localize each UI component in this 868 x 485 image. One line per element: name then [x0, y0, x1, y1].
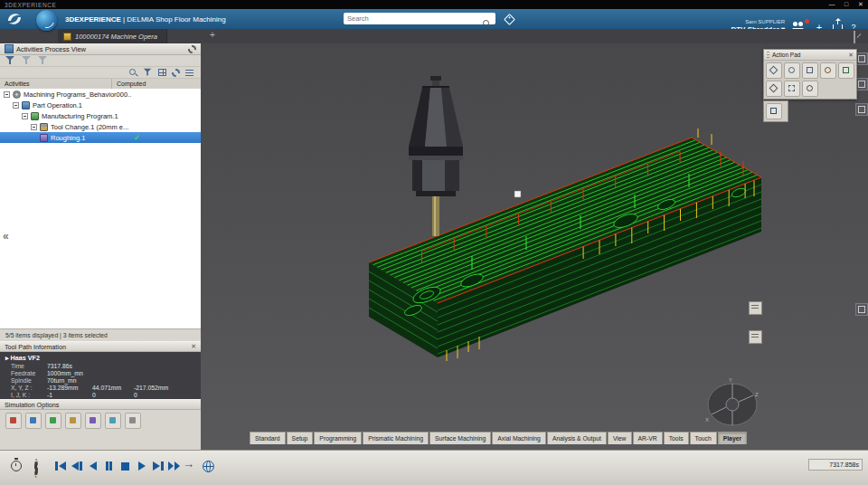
- tool-path-info-header[interactable]: Tool Path Information ✕: [0, 341, 201, 352]
- pan-view-button[interactable]: [802, 62, 818, 79]
- tab-setup[interactable]: Setup: [287, 432, 314, 444]
- list-view-icon[interactable]: [185, 70, 193, 76]
- stop-button[interactable]: [118, 459, 133, 473]
- i-value: -1: [47, 392, 92, 399]
- stopwatch-icon[interactable]: [11, 461, 22, 471]
- fit-all-button[interactable]: [838, 62, 854, 79]
- document-tab[interactable]: 100000174 Machine Opera: [58, 29, 167, 43]
- jump-to-end-icon[interactable]: →: [183, 457, 194, 471]
- spindle-value: 70turn_mn: [47, 377, 92, 385]
- expander-icon[interactable]: ▸: [5, 354, 9, 362]
- tab-standard[interactable]: Standard: [250, 432, 286, 444]
- player-settings-gear-icon[interactable]: [34, 459, 38, 478]
- play-button[interactable]: [134, 459, 149, 473]
- collapse-expander-icon[interactable]: [13, 102, 19, 109]
- tree-row[interactable]: Machining Programs_Behavior000..: [0, 89, 201, 100]
- column-computed[interactable]: Computed: [112, 79, 201, 89]
- sim-options-button[interactable]: [125, 413, 141, 429]
- tab-analysis-output[interactable]: Analysis & Output: [547, 432, 607, 444]
- fast-forward-button[interactable]: [166, 459, 182, 473]
- sim-tool-display-button[interactable]: [25, 413, 42, 429]
- os-title: 3DEXPERIENCE: [5, 2, 56, 8]
- maximize-button[interactable]: □: [839, 0, 854, 9]
- dock-panel-button-3[interactable]: [855, 103, 868, 116]
- tab-programming[interactable]: Programming: [314, 432, 362, 444]
- collapse-panel-icon[interactable]: «: [3, 230, 9, 242]
- panel-settings-gear-icon[interactable]: [188, 45, 196, 53]
- collapse-expander-icon[interactable]: [22, 113, 28, 119]
- tab-ar-vr[interactable]: AR-VR: [633, 432, 663, 444]
- tree-settings-icon[interactable]: [172, 69, 180, 77]
- tree-row[interactable]: Part Operation.1: [0, 100, 201, 110]
- viewport-flyout-button-2[interactable]: [749, 330, 762, 344]
- simulation-time-field[interactable]: 7317.858s: [808, 459, 863, 471]
- tree-row-selected[interactable]: Roughing.1 ✓: [0, 132, 201, 143]
- search-icon[interactable]: [483, 20, 490, 27]
- tree-filter-icon[interactable]: [144, 69, 152, 77]
- sim-save-state-button[interactable]: [85, 413, 101, 429]
- tab-tools[interactable]: Tools: [664, 432, 689, 444]
- columns-icon[interactable]: [158, 69, 166, 76]
- close-button[interactable]: ✕: [854, 0, 868, 9]
- close-panel-icon[interactable]: ✕: [191, 343, 196, 350]
- tab-player[interactable]: Player: [718, 432, 747, 444]
- feedrate-label: Feedrate: [11, 370, 47, 377]
- brand-title: 3DEXPERIENCE | DELMIA Shop Floor Machini…: [65, 15, 226, 24]
- filter-edit-icon[interactable]: [22, 56, 32, 65]
- network-simulation-icon[interactable]: [203, 461, 214, 472]
- filter-clear-icon[interactable]: [38, 56, 48, 65]
- dock-panel-button-2[interactable]: [855, 78, 868, 90]
- activities-panel: Activities Process View Activities Compu…: [0, 43, 202, 450]
- dock-panel-button-4[interactable]: [855, 303, 868, 316]
- play-backward-button[interactable]: [85, 459, 100, 473]
- rotate-view-button[interactable]: [784, 62, 800, 79]
- tree-item-label: Manufacturing Program.1: [42, 112, 118, 120]
- tab-view[interactable]: View: [608, 432, 632, 444]
- close-action-pad-icon[interactable]: ✕: [848, 52, 854, 59]
- tab-touch[interactable]: Touch: [690, 432, 717, 444]
- user-name: Sam SUPPLIER: [687, 19, 785, 25]
- tag-icon: [504, 14, 515, 25]
- sim-material-removal-button[interactable]: [5, 413, 22, 429]
- tab-prismatic-machining[interactable]: Prismatic Machining: [363, 432, 429, 444]
- tab-surface-machining[interactable]: Surface Machining: [429, 432, 491, 444]
- iso-view-button[interactable]: [766, 81, 782, 97]
- simulation-options-header[interactable]: Simulation Options: [0, 399, 201, 410]
- tree-row[interactable]: Manufacturing Program.1: [0, 110, 201, 121]
- action-pad[interactable]: Action Pad ✕: [763, 49, 857, 100]
- collapse-expander-icon[interactable]: [31, 124, 37, 130]
- tab-axial-machining[interactable]: Axial Machining: [492, 432, 546, 444]
- tree-toggle-button[interactable]: [766, 103, 782, 119]
- panel-header[interactable]: Activities Process View: [0, 43, 201, 55]
- action-pad-header[interactable]: Action Pad ✕: [764, 50, 856, 61]
- sim-compare-button[interactable]: [105, 413, 121, 429]
- step-forward-button[interactable]: [150, 459, 165, 473]
- skip-to-start-button[interactable]: [52, 459, 68, 473]
- tree-search-icon[interactable]: [129, 69, 137, 77]
- tree-item-label: Roughing.1: [51, 134, 85, 142]
- dock-panel-button-1[interactable]: [855, 52, 868, 65]
- column-activities[interactable]: Activities: [0, 79, 112, 89]
- 3dexperience-sphere-logo[interactable]: [36, 10, 57, 31]
- zoom-view-button[interactable]: [820, 62, 836, 79]
- search-input[interactable]: [344, 13, 486, 24]
- step-backward-button[interactable]: [69, 459, 84, 473]
- section-view-button[interactable]: [784, 81, 800, 97]
- tag-button[interactable]: [503, 13, 516, 25]
- select-tool-button[interactable]: [766, 62, 782, 79]
- pause-button[interactable]: [101, 459, 117, 473]
- new-tab-button[interactable]: +: [210, 30, 215, 40]
- drag-handle-icon[interactable]: [767, 52, 769, 58]
- tree-toolbar: [0, 67, 201, 79]
- tree-row[interactable]: Tool Change.1 (20mm e...: [0, 121, 201, 132]
- view-settings-button[interactable]: [802, 81, 818, 97]
- minimize-button[interactable]: —: [825, 0, 839, 9]
- app-name: | DELMIA Shop Floor Machining: [123, 15, 226, 24]
- collapse-expander-icon[interactable]: [4, 91, 10, 98]
- time-label: Time: [11, 363, 47, 370]
- viewport-flyout-button-1[interactable]: [749, 301, 762, 315]
- filter-funnel-icon[interactable]: [5, 56, 15, 65]
- action-pad-extension[interactable]: [763, 100, 788, 122]
- sim-analysis-button[interactable]: [65, 413, 81, 429]
- sim-collision-button[interactable]: [45, 413, 61, 429]
